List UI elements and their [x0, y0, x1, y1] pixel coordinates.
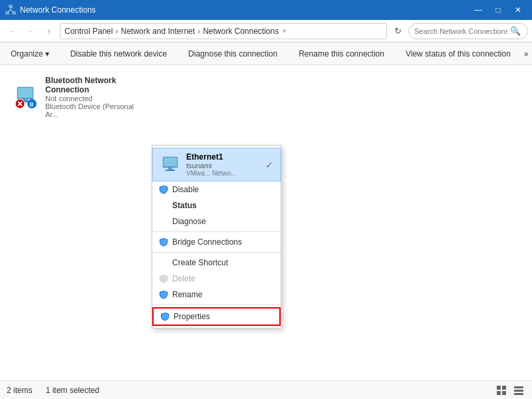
ctx-rename-label: Rename: [172, 290, 202, 299]
ctx-shield-rename: [159, 290, 168, 299]
title-controls: — □ ✕: [469, 3, 527, 17]
svg-rect-0: [9, 5, 12, 7]
ctx-diagnose-label: Diagnose: [172, 217, 206, 226]
ctx-header-sub: tsunami: [186, 162, 260, 170]
svg-line-4: [7, 10, 11, 12]
ctx-bridge-label: Bridge Connections: [172, 237, 242, 247]
ctx-bridge[interactable]: Bridge Connections: [152, 234, 281, 250]
svg-line-5: [11, 10, 14, 12]
svg-rect-29: [502, 391, 506, 395]
ctx-shield-delete: [159, 274, 168, 283]
search-icon: 🔍: [510, 26, 521, 36]
ctx-shield-bridge: [159, 237, 168, 247]
svg-text:B: B: [30, 101, 34, 108]
ctx-header-name: Ethernet1: [186, 152, 260, 162]
ctx-status-label: Status: [172, 201, 197, 210]
svg-rect-31: [514, 390, 523, 392]
title-bar-icon: [5, 5, 16, 15]
ctx-sep-2: [152, 252, 281, 253]
bluetooth-network-item[interactable]: B Bluetooth Network Connection Not conne…: [7, 72, 140, 122]
toolbar-right: » ?: [519, 45, 532, 63]
ctx-shield-properties: [160, 312, 170, 321]
bluetooth-network-icon: B: [12, 84, 39, 110]
diagnose-button[interactable]: Diagnose this connection: [183, 45, 283, 63]
path-control-panel: Control Panel: [65, 27, 113, 36]
status-bar: 2 items 1 item selected: [0, 380, 532, 399]
ctx-create-shortcut[interactable]: Create Shortcut: [152, 255, 281, 271]
items-count: 2 items: [7, 386, 33, 395]
context-menu: Ethernet1 tsunami VMwa... Netwo... ✓ Dis…: [152, 145, 281, 329]
path-sep-2: ›: [198, 27, 200, 36]
svg-rect-32: [514, 393, 523, 395]
more-button[interactable]: »: [519, 45, 532, 63]
path-network-connections: Network Connections: [203, 27, 279, 36]
tile-view-icon: [496, 385, 507, 396]
bluetooth-network-name: Bluetooth Network Connection: [45, 76, 134, 94]
content-area: B Bluetooth Network Connection Not conne…: [0, 65, 532, 380]
ctx-properties-label: Properties: [174, 312, 210, 321]
view-status-button[interactable]: View status of this connection: [400, 45, 516, 63]
svg-rect-30: [514, 386, 523, 388]
tile-view-button[interactable]: [495, 384, 508, 397]
toolbar: Organize ▾ Disable this network device D…: [0, 43, 532, 65]
ctx-header-icon: [160, 154, 181, 176]
back-button[interactable]: ←: [4, 23, 20, 39]
title-bar-left: Network Connections: [5, 5, 96, 15]
refresh-button[interactable]: ↻: [390, 23, 406, 39]
up-button[interactable]: ↑: [41, 23, 57, 39]
ctx-header-sub2: VMwa... Netwo...: [186, 170, 260, 177]
bluetooth-icon-svg: B: [12, 84, 39, 110]
forward-button[interactable]: →: [23, 23, 39, 39]
ctx-shield-disable: [159, 185, 168, 194]
search-box[interactable]: 🔍: [408, 23, 528, 39]
minimize-button[interactable]: —: [469, 3, 487, 17]
maximize-button[interactable]: □: [489, 3, 507, 17]
ctx-delete-label: Delete: [172, 274, 196, 283]
status-right: [495, 384, 525, 397]
bluetooth-network-type: Bluetooth Device (Personal Ar...: [45, 102, 134, 118]
ethernet-icon-svg: [160, 154, 181, 176]
svg-rect-1: [6, 12, 9, 14]
svg-rect-24: [168, 168, 172, 170]
selected-count: 1 item selected: [46, 386, 100, 395]
svg-rect-25: [166, 170, 175, 171]
ctx-diagnose[interactable]: Diagnose: [152, 213, 281, 229]
search-input[interactable]: [414, 27, 507, 35]
ctx-disable-label: Disable: [172, 185, 199, 194]
svg-rect-14: [18, 88, 33, 98]
svg-rect-2: [13, 12, 15, 14]
path-dropdown-icon: ▾: [283, 27, 286, 35]
ctx-delete: Delete: [152, 271, 281, 287]
ctx-disable[interactable]: Disable: [152, 182, 281, 198]
title-bar: Network Connections — □ ✕: [0, 0, 532, 20]
context-menu-header[interactable]: Ethernet1 tsunami VMwa... Netwo... ✓: [152, 148, 281, 182]
organize-label: Organize: [11, 49, 43, 59]
ctx-header-info: Ethernet1 tsunami VMwa... Netwo...: [186, 152, 260, 177]
address-path[interactable]: Control Panel › Network and Internet › N…: [60, 23, 387, 39]
svg-rect-27: [502, 386, 506, 390]
address-bar: ← → ↑ Control Panel › Network and Intern…: [0, 20, 532, 43]
ctx-sep-1: [152, 231, 281, 232]
list-view-icon: [513, 385, 524, 396]
rename-button[interactable]: Rename this connection: [293, 45, 390, 63]
ctx-rename[interactable]: Rename: [152, 287, 281, 303]
organize-arrow: ▾: [45, 49, 49, 59]
organize-button[interactable]: Organize ▾: [5, 45, 55, 63]
window-title: Network Connections: [20, 5, 96, 15]
ctx-sep-3: [152, 305, 281, 305]
path-network-internet: Network and Internet: [121, 27, 195, 36]
disable-network-button[interactable]: Disable this network device: [65, 45, 172, 63]
bluetooth-network-info: Bluetooth Network Connection Not connect…: [45, 76, 134, 118]
list-view-button[interactable]: [512, 384, 525, 397]
main-area: B Bluetooth Network Connection Not conne…: [0, 65, 532, 380]
ctx-properties[interactable]: Properties: [152, 307, 281, 326]
ctx-shortcut-label: Create Shortcut: [172, 258, 228, 267]
bluetooth-network-status: Not connected: [45, 94, 134, 102]
path-sep-1: ›: [116, 27, 118, 36]
svg-rect-26: [497, 386, 501, 390]
close-button[interactable]: ✕: [509, 3, 527, 17]
svg-rect-23: [164, 158, 177, 166]
svg-rect-28: [497, 391, 501, 395]
ctx-status[interactable]: Status: [152, 198, 281, 213]
ctx-check-icon: ✓: [265, 160, 273, 170]
